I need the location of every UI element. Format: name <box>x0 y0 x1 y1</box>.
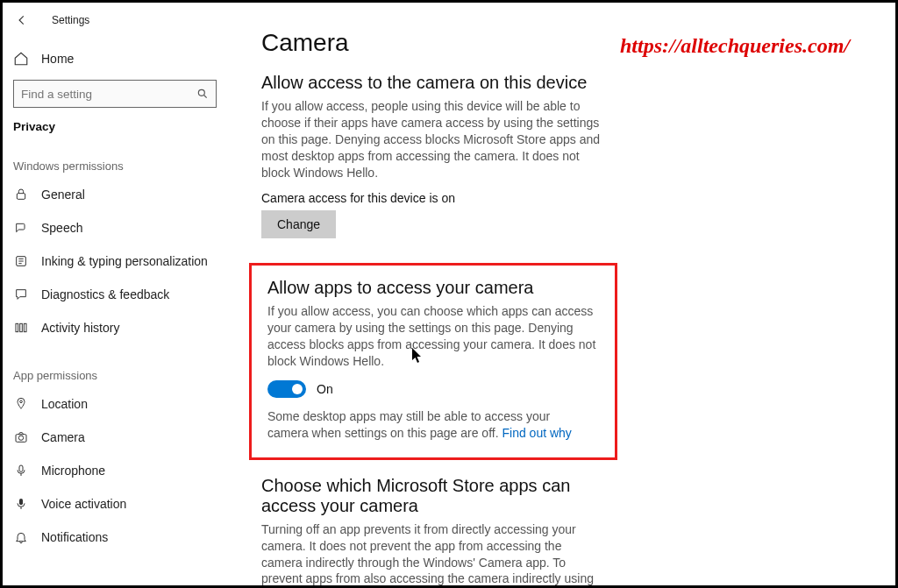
back-button[interactable] <box>13 11 31 29</box>
svg-rect-10 <box>19 499 23 505</box>
search-icon <box>196 88 209 100</box>
svg-rect-4 <box>20 323 23 331</box>
sidebar-item-inking[interactable]: Inking & typing personalization <box>3 244 235 278</box>
sidebar-item-label: Diagnostics & feedback <box>41 287 169 301</box>
app-access-toggle[interactable] <box>267 380 306 398</box>
settings-window: Settings Home Privacy Windows permission… <box>0 0 898 588</box>
sidebar-item-label: Home <box>41 52 74 66</box>
sidebar-item-label: Speech <box>41 221 82 235</box>
svg-point-6 <box>20 400 23 403</box>
section-body-store-apps: Turning off an app prevents it from dire… <box>261 521 603 585</box>
change-button[interactable]: Change <box>261 210 336 238</box>
home-icon <box>13 51 29 67</box>
sidebar: Settings Home Privacy Windows permission… <box>3 3 235 585</box>
camera-icon <box>13 430 29 444</box>
svg-point-0 <box>198 89 204 96</box>
sidebar-item-label: Inking & typing personalization <box>41 254 208 268</box>
inking-icon <box>13 254 29 268</box>
title-bar: Settings <box>3 8 235 32</box>
svg-rect-5 <box>24 323 26 331</box>
highlighted-section: Allow apps to access your camera If you … <box>249 263 617 459</box>
sidebar-item-label: Voice activation <box>41 497 126 511</box>
content-pane: Camera Allow access to the camera on thi… <box>235 3 895 585</box>
sidebar-item-home[interactable]: Home <box>3 43 235 74</box>
sidebar-item-diagnostics[interactable]: Diagnostics & feedback <box>3 278 235 311</box>
sidebar-item-speech[interactable]: Speech <box>3 211 235 244</box>
app-access-toggle-row: On <box>267 380 599 398</box>
device-access-status: Camera access for this device is on <box>261 191 869 205</box>
current-category: Privacy <box>3 111 235 135</box>
sidebar-item-label: Microphone <box>41 464 105 478</box>
notifications-icon <box>13 530 29 544</box>
sidebar-item-general[interactable]: General <box>3 178 235 211</box>
voice-activation-icon <box>13 497 29 511</box>
section-body-app-access: If you allow access, you can choose whic… <box>267 303 599 370</box>
app-access-toggle-label: On <box>317 382 333 396</box>
speech-icon <box>13 221 29 235</box>
svg-rect-3 <box>16 323 18 331</box>
feedback-icon <box>13 287 29 301</box>
sidebar-item-voice[interactable]: Voice activation <box>3 487 235 521</box>
sidebar-item-label: Camera <box>41 430 85 444</box>
group-heading-app-permissions: App permissions <box>3 344 235 387</box>
sidebar-item-activity[interactable]: Activity history <box>3 311 235 344</box>
sidebar-item-location[interactable]: Location <box>3 387 235 421</box>
svg-point-8 <box>18 436 23 440</box>
sidebar-item-label: Notifications <box>41 530 108 544</box>
activity-icon <box>13 321 29 335</box>
section-heading-app-access: Allow apps to access your camera <box>267 278 599 298</box>
search-input[interactable] <box>21 88 196 101</box>
section-body-device-access: If you allow access, people using this d… <box>261 98 603 181</box>
sidebar-item-label: Location <box>41 397 88 411</box>
microphone-icon <box>13 464 29 478</box>
search-box-wrap <box>3 74 235 111</box>
sidebar-item-label: General <box>41 188 85 202</box>
find-out-why-link[interactable]: Find out why <box>502 426 571 440</box>
sidebar-item-camera[interactable]: Camera <box>3 421 235 454</box>
svg-rect-9 <box>19 465 23 471</box>
sidebar-item-label: Activity history <box>41 321 119 335</box>
location-icon <box>13 397 29 411</box>
section-heading-device-access: Allow access to the camera on this devic… <box>261 73 869 93</box>
section-heading-store-apps: Choose which Microsoft Store apps can ac… <box>261 476 630 516</box>
watermark-url: https://alltechqueries.com/ <box>620 34 850 58</box>
group-heading-windows-permissions: Windows permissions <box>3 135 235 178</box>
lock-icon <box>13 188 29 202</box>
app-title: Settings <box>52 14 89 26</box>
desktop-apps-note: Some desktop apps may still be able to a… <box>267 408 574 442</box>
search-box[interactable] <box>13 80 217 108</box>
svg-rect-1 <box>17 194 25 200</box>
sidebar-item-notifications[interactable]: Notifications <box>3 521 235 554</box>
sidebar-item-microphone[interactable]: Microphone <box>3 454 235 487</box>
